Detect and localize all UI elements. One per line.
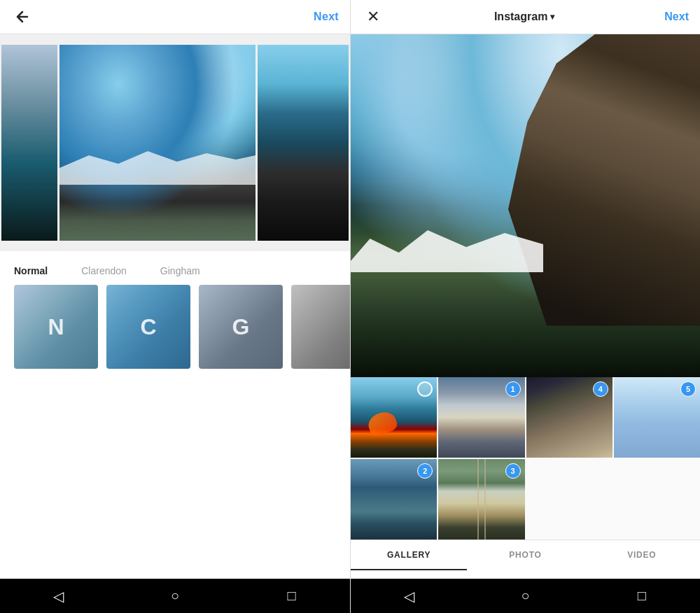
thumb-select-circle-0 bbox=[417, 381, 433, 397]
dropdown-arrow-icon: ▾ bbox=[550, 12, 554, 22]
filter-label-clarendon[interactable]: Clarendon bbox=[81, 265, 127, 276]
filter-letter-c: C bbox=[140, 314, 156, 340]
thumb-3[interactable]: 3 bbox=[438, 459, 524, 540]
title-area[interactable]: Instagram ▾ bbox=[494, 10, 554, 23]
thumb-badge-1: 1 bbox=[505, 381, 521, 397]
filter-thumb-gingham-img: G bbox=[199, 285, 283, 369]
filter-thumb-gingham[interactable]: G bbox=[199, 285, 283, 369]
filter-label-gingham[interactable]: Gingham bbox=[160, 265, 200, 276]
photo-left[interactable] bbox=[1, 45, 57, 241]
left-nav-recents-icon[interactable]: □ bbox=[278, 582, 306, 610]
photo-strip bbox=[1, 45, 349, 241]
app-title: Instagram bbox=[494, 10, 547, 23]
thumb-2[interactable]: 2 bbox=[351, 459, 437, 540]
left-panel: Next Normal Clarendon Gingham N C bbox=[0, 0, 350, 613]
filter-thumb-clarendon[interactable]: C bbox=[106, 285, 190, 369]
filter-thumb-clarendon-img: C bbox=[106, 285, 190, 369]
back-button[interactable] bbox=[11, 6, 34, 28]
photo-center[interactable] bbox=[59, 45, 255, 241]
filter-thumbnails: N C G bbox=[0, 285, 350, 369]
thumb-badge-4: 4 bbox=[593, 381, 608, 397]
filter-thumb-normal-img: N bbox=[14, 285, 98, 369]
filter-section: Normal Clarendon Gingham N C G bbox=[0, 251, 350, 579]
left-nav-back-icon[interactable]: ◁ bbox=[44, 582, 72, 610]
tab-gallery[interactable]: GALLERY bbox=[351, 540, 467, 570]
left-nav-home-icon[interactable]: ○ bbox=[161, 582, 189, 610]
x-icon: ✕ bbox=[367, 9, 379, 24]
filter-letter-n: N bbox=[48, 314, 64, 340]
main-preview bbox=[351, 34, 700, 377]
right-header: ✕ Instagram ▾ Next bbox=[351, 0, 700, 34]
right-next-button[interactable]: Next bbox=[664, 10, 689, 23]
close-button[interactable]: ✕ bbox=[362, 6, 384, 28]
thumb-badge-3: 3 bbox=[505, 463, 521, 479]
thumb-4[interactable]: 4 bbox=[526, 377, 612, 458]
filter-thumb-normal[interactable]: N bbox=[14, 285, 98, 369]
thumb-1[interactable]: 1 bbox=[438, 377, 524, 458]
thumb-0[interactable] bbox=[351, 377, 437, 458]
photo-strip-area bbox=[0, 34, 350, 251]
thumbnail-grid: 1 4 5 2 3 bbox=[351, 377, 700, 540]
right-nav-home-icon[interactable]: ○ bbox=[511, 582, 539, 610]
right-nav-back-icon[interactable]: ◁ bbox=[395, 582, 423, 610]
filter-thumb-more[interactable] bbox=[291, 285, 350, 369]
left-header: Next bbox=[0, 0, 350, 34]
filter-letter-g: G bbox=[232, 314, 250, 340]
filter-thumb-more-img bbox=[291, 285, 350, 369]
filter-labels: Normal Clarendon Gingham bbox=[0, 265, 350, 276]
thumb-badge-5: 5 bbox=[680, 381, 696, 397]
right-nav-recents-icon[interactable]: □ bbox=[628, 582, 656, 610]
thumb-5[interactable]: 5 bbox=[614, 377, 700, 458]
tab-video[interactable]: VIDEO bbox=[584, 540, 700, 570]
right-panel: ✕ Instagram ▾ Next 1 4 5 2 bbox=[350, 0, 700, 613]
tab-photo[interactable]: PHOTO bbox=[467, 540, 583, 570]
filter-label-normal[interactable]: Normal bbox=[14, 265, 48, 276]
left-bottom-nav: ◁ ○ □ bbox=[0, 579, 350, 613]
left-next-button[interactable]: Next bbox=[314, 10, 339, 23]
thumb-badge-2: 2 bbox=[417, 463, 433, 479]
photo-right[interactable] bbox=[258, 45, 349, 241]
right-bottom-nav: ◁ ○ □ bbox=[351, 579, 700, 613]
right-tabs: GALLERY PHOTO VIDEO bbox=[351, 540, 700, 570]
